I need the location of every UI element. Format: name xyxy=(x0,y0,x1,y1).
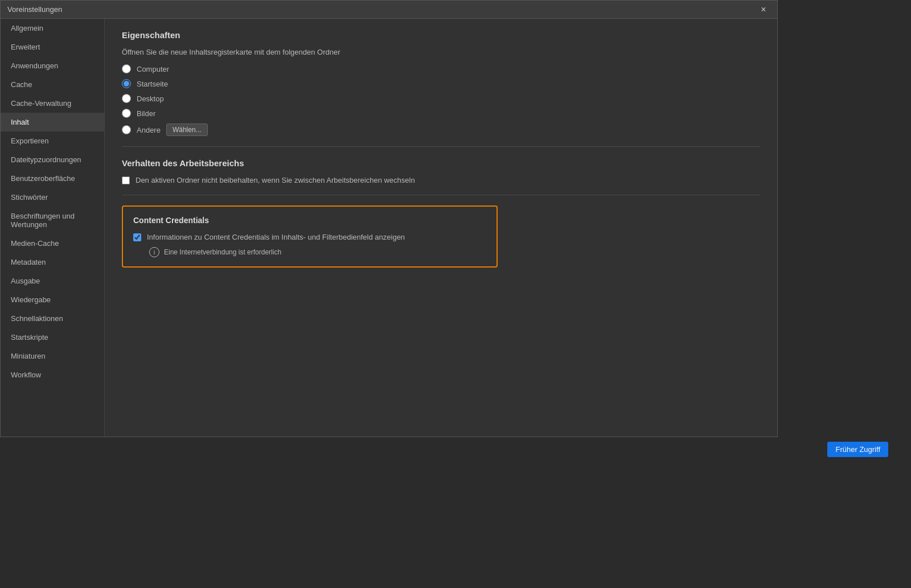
sidebar-item-allgemein[interactable]: Allgemein xyxy=(1,19,104,38)
sidebar-item-miniaturen[interactable]: Miniaturen xyxy=(1,347,104,365)
eigenschaften-section: Eigenschaften Öffnen Sie die neue Inhalt… xyxy=(122,30,760,136)
sidebar-item-metadaten[interactable]: Metadaten xyxy=(1,253,104,272)
radio-row-desktop: Desktop xyxy=(122,94,760,103)
content-credentials-checkbox[interactable] xyxy=(133,233,141,241)
radio-startseite[interactable] xyxy=(122,79,131,88)
sidebar-item-startskripte[interactable]: Startskripte xyxy=(1,328,104,347)
radio-label-bilder: Bilder xyxy=(137,109,155,118)
radio-andere[interactable] xyxy=(122,125,131,134)
info-row: i Eine Internetverbindung ist erforderli… xyxy=(149,247,486,257)
sidebar-item-erweitert[interactable]: Erweitert xyxy=(1,38,104,56)
close-button[interactable]: × xyxy=(757,3,770,17)
radio-label-desktop: Desktop xyxy=(137,94,164,103)
sidebar-item-workflow[interactable]: Workflow xyxy=(1,365,104,384)
sidebar: AllgemeinErweitertAnwendungenCacheCache-… xyxy=(1,19,105,437)
arbeitsbereich-checkbox[interactable] xyxy=(122,176,130,184)
arbeitsbereich-section: Verhalten des Arbeitsbereichs Den aktive… xyxy=(122,158,760,184)
window-title: Voreinstellungen xyxy=(7,5,62,14)
sidebar-item-exportieren[interactable]: Exportieren xyxy=(1,131,104,150)
content-area: AllgemeinErweitertAnwendungenCacheCache-… xyxy=(1,19,777,437)
radio-computer[interactable] xyxy=(122,64,131,73)
content-credentials-box: Content Credentials Informationen zu Con… xyxy=(122,205,498,268)
radio-label-computer: Computer xyxy=(137,65,169,73)
content-credentials-label: Informationen zu Content Credentials im … xyxy=(147,233,405,241)
eigenschaften-description: Öffnen Sie die neue Inhaltsregisterkarte… xyxy=(122,48,760,56)
folder-radio-group: Computer Startseite Desktop xyxy=(122,64,760,136)
sidebar-item-stichw-rter[interactable]: Stichwörter xyxy=(1,188,104,207)
sidebar-item-schnellaktionen[interactable]: Schnellaktionen xyxy=(1,309,104,328)
sidebar-item-medien-cache[interactable]: Medien-Cache xyxy=(1,234,104,253)
radio-row-startseite: Startseite xyxy=(122,79,760,88)
info-text: Eine Internetverbindung ist erforderlich xyxy=(164,248,281,256)
radio-label-startseite: Startseite xyxy=(137,80,168,88)
radio-row-bilder: Bilder xyxy=(122,109,760,118)
sidebar-item-benutzeroberfl-che[interactable]: Benutzeroberfläche xyxy=(1,169,104,188)
content-credentials-title: Content Credentials xyxy=(133,216,486,225)
sidebar-item-cache[interactable]: Cache xyxy=(1,75,104,94)
sidebar-item-ausgabe[interactable]: Ausgabe xyxy=(1,272,104,290)
radio-desktop[interactable] xyxy=(122,94,131,103)
sidebar-item-dateitypzuordnungen[interactable]: Dateitypzuordnungen xyxy=(1,150,104,169)
choose-button[interactable]: Wählen... xyxy=(166,124,208,136)
title-bar: Voreinstellungen × xyxy=(1,1,777,19)
sidebar-item-anwendungen[interactable]: Anwendungen xyxy=(1,56,104,75)
radio-row-andere: Andere Wählen... xyxy=(122,124,760,136)
eigenschaften-title: Eigenschaften xyxy=(122,30,760,40)
sidebar-item-inhalt[interactable]: Inhalt xyxy=(1,113,104,131)
main-content: Eigenschaften Öffnen Sie die neue Inhalt… xyxy=(105,19,777,437)
radio-row-computer: Computer xyxy=(122,64,760,73)
arbeitsbereich-checkbox-row: Den aktiven Ordner nicht beibehalten, we… xyxy=(122,176,760,184)
radio-bilder[interactable] xyxy=(122,109,131,118)
divider-2 xyxy=(122,195,760,195)
sidebar-item-wiedergabe[interactable]: Wiedergabe xyxy=(1,290,104,309)
divider-1 xyxy=(122,146,760,147)
sidebar-item-beschriftungen-und-wertungen[interactable]: Beschriftungen und Wertungen xyxy=(1,207,104,234)
arbeitsbereich-label: Den aktiven Ordner nicht beibehalten, we… xyxy=(136,176,415,184)
content-credentials-checkbox-row: Informationen zu Content Credentials im … xyxy=(133,233,486,241)
preferences-window: Voreinstellungen × AllgemeinErweitertAnw… xyxy=(0,0,778,437)
info-icon: i xyxy=(149,247,159,257)
sidebar-item-cache-verwaltung[interactable]: Cache-Verwaltung xyxy=(1,94,104,113)
arbeitsbereich-title: Verhalten des Arbeitsbereichs xyxy=(122,158,760,168)
radio-label-andere: Andere xyxy=(137,126,161,134)
